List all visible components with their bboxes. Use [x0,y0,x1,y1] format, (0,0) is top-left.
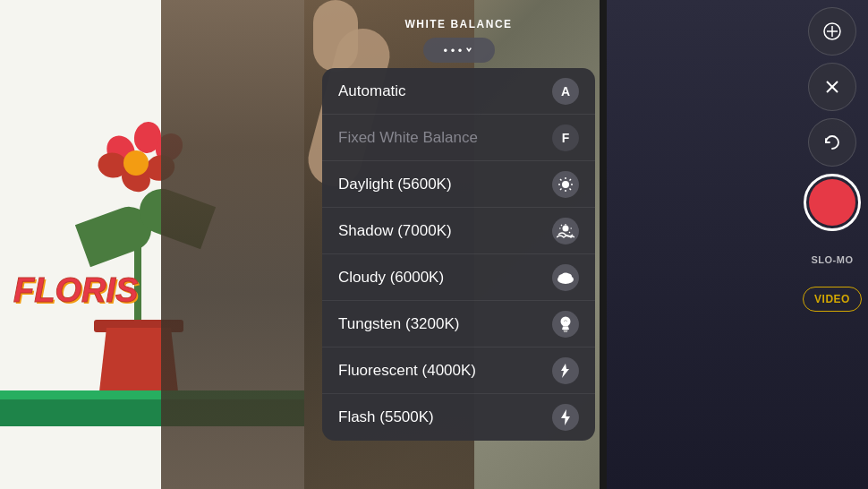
wb-more-button[interactable]: • • • [423,38,495,63]
svg-point-14 [563,225,569,231]
svg-rect-25 [564,330,568,331]
record-button[interactable] [804,174,861,231]
plus-button[interactable] [808,7,856,56]
svg-line-11 [570,188,572,190]
wb-item-daylight[interactable]: Daylight (5600K) [322,161,595,208]
wb-item-fixed-icon: F [552,124,579,151]
svg-line-10 [560,179,562,181]
wb-item-automatic-icon: A [552,78,579,105]
wb-item-daylight-icon [552,171,579,198]
slo-mo-label: SLO-MO [812,254,854,265]
phone-border [600,0,607,489]
wb-item-shadow-icon [552,218,579,244]
video-mode-button[interactable]: VIDEO [803,287,862,312]
wb-item-shadow-label: Shadow (7000K) [338,222,452,240]
wb-item-fluorescent[interactable]: Fluorescent (4000K) [322,347,595,394]
wb-item-cloudy-label: Cloudy (6000K) [338,269,444,287]
more-dots: • • • [444,44,463,57]
wb-item-cloudy[interactable]: Cloudy (6000K) [322,254,595,301]
svg-point-24 [561,316,571,326]
flash-button[interactable] [808,63,856,111]
wb-item-automatic-label: Automatic [338,82,406,100]
wb-item-flash-icon [552,404,579,431]
svg-point-23 [562,272,570,279]
svg-line-12 [570,179,572,181]
wb-item-fixed-label: Fixed White Balance [338,129,478,147]
wb-item-tungsten-icon [552,311,579,338]
wb-item-automatic[interactable]: Automatic A [322,68,595,115]
poster-text: FLORIS [13,271,138,310]
wb-item-fixed[interactable]: Fixed White Balance F [322,115,595,161]
record-inner [809,179,855,226]
svg-line-13 [560,188,562,190]
wb-item-tungsten[interactable]: Tungsten (3200K) [322,301,595,347]
wb-item-cloudy-icon [552,264,579,291]
svg-line-19 [561,225,562,226]
svg-rect-26 [564,330,567,332]
wb-item-fluorescent-label: Fluorescent (4000K) [338,362,476,380]
wb-title: WHITE BALANCE [322,18,595,30]
svg-line-18 [569,232,570,233]
white-balance-panel: WHITE BALANCE • • • Automatic A Fixed Wh… [322,18,595,441]
wb-item-shadow[interactable]: Shadow (7000K) [322,208,595,254]
sync-button[interactable] [808,118,856,167]
wb-item-flash[interactable]: Flash (5500K) [322,394,595,441]
wb-item-fluorescent-icon [552,357,579,384]
wb-item-tungsten-label: Tungsten (3200K) [338,315,459,333]
wb-item-daylight-label: Daylight (5600K) [338,176,452,193]
svg-point-5 [562,181,569,188]
wb-menu: Automatic A Fixed White Balance F Daylig… [322,68,595,441]
camera-controls: SLO-MO VIDEO [796,0,868,489]
wb-item-flash-label: Flash (5500K) [338,408,434,426]
